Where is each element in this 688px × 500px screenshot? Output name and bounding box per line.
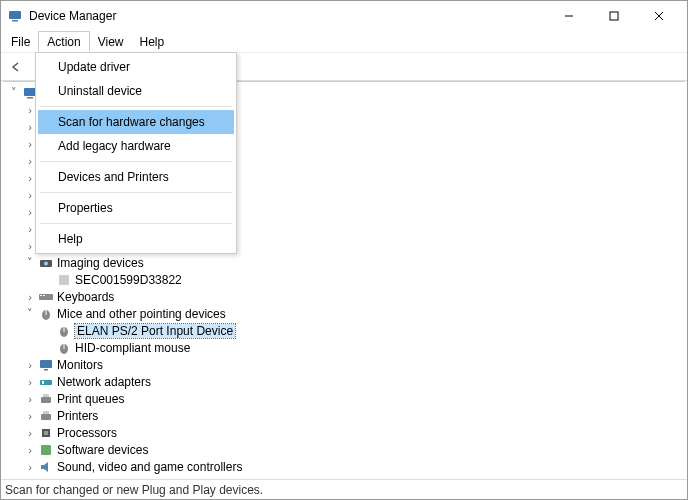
tree-node[interactable]: ›Keyboards [7, 288, 685, 305]
expand-toggle[interactable]: › [23, 461, 37, 473]
tree-node-label: Printers [57, 409, 98, 423]
menu-item-properties[interactable]: Properties [38, 196, 234, 220]
menu-view[interactable]: View [90, 31, 132, 52]
tree-node-label: Print queues [57, 392, 124, 406]
expand-toggle[interactable]: › [23, 427, 37, 439]
tree-node-label: Keyboards [57, 290, 114, 304]
expand-toggle[interactable]: ˅ [7, 86, 21, 99]
expand-toggle[interactable]: › [23, 376, 37, 388]
tree-node[interactable]: ›Network adapters [7, 373, 685, 390]
tree-node-label: Processors [57, 426, 117, 440]
svg-rect-40 [41, 445, 51, 455]
menu-item-devices-printers[interactable]: Devices and Printers [38, 165, 234, 189]
tree-node[interactable]: ›Monitors [7, 356, 685, 373]
expand-toggle[interactable]: ˅ [23, 256, 37, 269]
expand-toggle[interactable]: › [23, 359, 37, 371]
tree-node-label: Sound, video and game controllers [57, 460, 242, 474]
menu-separator [40, 161, 232, 162]
tree-node[interactable]: ˅Imaging devices [7, 254, 685, 271]
tree-node[interactable]: ›Printers [7, 407, 685, 424]
svg-rect-3 [610, 12, 618, 20]
svg-rect-21 [39, 294, 53, 300]
expand-toggle[interactable]: ˅ [23, 307, 37, 320]
cpu-icon [38, 425, 54, 441]
tree-node-label: HID-compliant mouse [75, 341, 190, 355]
tree-node-label: Imaging devices [57, 256, 144, 270]
menu-help[interactable]: Help [132, 31, 173, 52]
tree-node[interactable]: ELAN PS/2 Port Input Device [7, 322, 685, 339]
expand-toggle[interactable]: › [23, 444, 37, 456]
mouse-icon [38, 306, 54, 322]
monitor-icon [38, 357, 54, 373]
software-icon [38, 442, 54, 458]
mouse-icon [56, 340, 72, 356]
svg-rect-30 [40, 360, 52, 368]
window-title: Device Manager [29, 9, 546, 23]
device-icon [56, 272, 72, 288]
maximize-button[interactable] [591, 2, 636, 30]
svg-rect-36 [41, 414, 51, 420]
window-controls [546, 2, 681, 30]
titlebar: Device Manager [1, 1, 687, 31]
network-icon [38, 374, 54, 390]
tree-node[interactable]: ›Software devices [7, 441, 685, 458]
menu-separator [40, 223, 232, 224]
svg-rect-34 [41, 397, 51, 403]
status-text: Scan for changed or new Plug and Play de… [5, 483, 263, 497]
menu-separator [40, 192, 232, 193]
close-button[interactable] [636, 2, 681, 30]
keyboard-icon [38, 289, 54, 305]
svg-rect-33 [42, 381, 44, 384]
tree-node-label: Software devices [57, 443, 148, 457]
tree-node[interactable]: ›Print queues [7, 390, 685, 407]
svg-rect-1 [12, 20, 18, 22]
printer-icon [38, 391, 54, 407]
tree-node[interactable]: ›Sound, video and game controllers [7, 458, 685, 475]
menu-item-add-legacy[interactable]: Add legacy hardware [38, 134, 234, 158]
menu-item-update-driver[interactable]: Update driver [38, 55, 234, 79]
menu-item-scan-hardware[interactable]: Scan for hardware changes [38, 110, 234, 134]
status-bar: Scan for changed or new Plug and Play de… [1, 479, 687, 499]
menu-action[interactable]: Action [38, 31, 89, 52]
tree-node-label: Network adapters [57, 375, 151, 389]
svg-rect-32 [40, 380, 52, 385]
svg-rect-22 [40, 295, 42, 296]
tree-node[interactable]: ›Processors [7, 424, 685, 441]
action-dropdown: Update driver Uninstall device Scan for … [35, 52, 237, 254]
mouse-icon [56, 323, 72, 339]
menu-item-uninstall-device[interactable]: Uninstall device [38, 79, 234, 103]
app-icon [7, 8, 23, 24]
svg-point-19 [44, 261, 48, 265]
svg-rect-39 [44, 431, 48, 435]
menubar: File Action View Help Update driver Unin… [1, 31, 687, 53]
svg-rect-23 [43, 295, 45, 296]
camera-icon [38, 255, 54, 271]
expand-toggle[interactable]: › [23, 291, 37, 303]
expand-toggle[interactable]: › [23, 410, 37, 422]
tree-node-label: SEC001599D33822 [75, 273, 182, 287]
tree-node-label: Monitors [57, 358, 103, 372]
printer-icon [38, 408, 54, 424]
menu-separator [40, 106, 232, 107]
svg-rect-37 [43, 411, 49, 414]
tree-node-label: ELAN PS/2 Port Input Device [75, 324, 235, 338]
tree-node[interactable]: ˅Mice and other pointing devices [7, 305, 685, 322]
svg-rect-20 [59, 275, 69, 285]
tree-node-label: Mice and other pointing devices [57, 307, 226, 321]
tree-node[interactable]: SEC001599D33822 [7, 271, 685, 288]
svg-rect-0 [9, 11, 21, 19]
back-button[interactable] [5, 56, 27, 78]
audio-icon [38, 459, 54, 475]
minimize-button[interactable] [546, 2, 591, 30]
menu-item-help[interactable]: Help [38, 227, 234, 251]
svg-rect-35 [43, 394, 49, 397]
menu-file[interactable]: File [3, 31, 38, 52]
svg-rect-7 [27, 97, 33, 99]
tree-node[interactable]: HID-compliant mouse [7, 339, 685, 356]
expand-toggle[interactable]: › [23, 393, 37, 405]
svg-rect-31 [44, 369, 48, 371]
